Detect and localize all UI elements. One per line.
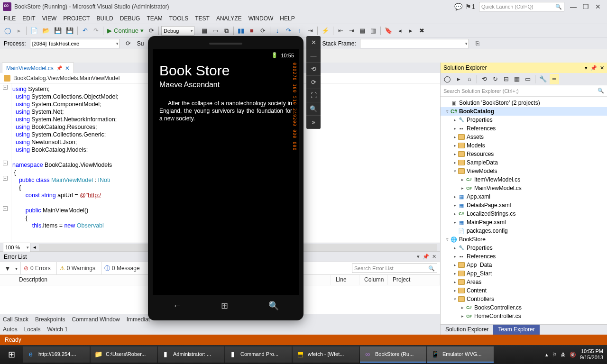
tree-areas[interactable]: ▸Areas	[441, 278, 607, 286]
tray-up-icon[interactable]: ▴	[545, 352, 548, 358]
tree-viewmodels[interactable]: ▿ViewModels	[441, 167, 607, 175]
emu-rotate-left-icon[interactable]: ⟲	[306, 63, 321, 76]
feedback-icon[interactable]: 💬	[454, 3, 462, 10]
tab-immediate[interactable]: Immediat	[127, 316, 150, 323]
task-ie[interactable]: ehttp://169.254....	[23, 346, 90, 363]
task-explorer[interactable]: 📁C:\Users\Rober...	[91, 346, 157, 363]
filter-icon[interactable]: ▼	[3, 263, 12, 273]
phone-back-button[interactable]: ←	[173, 301, 181, 311]
clear-bookmark-icon[interactable]: ✖	[417, 26, 426, 36]
menu-project[interactable]: PROJECT	[63, 15, 90, 22]
menu-build[interactable]: BUILD	[96, 15, 113, 22]
tree-mainviewmodel[interactable]: ▸C#MainViewModel.cs	[441, 184, 607, 192]
tree-project-bookcatalog[interactable]: ▿C#BookCatalog	[441, 107, 607, 116]
nav-fwd-button[interactable]: ▸	[14, 26, 24, 36]
phone-start-button[interactable]: ⊞	[221, 300, 228, 311]
tray-clock[interactable]: 10:55 PM9/15/2013	[580, 348, 603, 361]
menu-analyze[interactable]: ANALYZE	[216, 15, 242, 22]
panel-menu-icon[interactable]: ▾	[417, 254, 420, 260]
undo-button[interactable]: ↶	[80, 26, 90, 36]
tab-autos[interactable]: Autos	[3, 326, 18, 333]
next-bookmark-icon[interactable]: ▸	[406, 26, 415, 36]
col-line[interactable]: Line	[331, 275, 359, 285]
indent-more-icon[interactable]: ⇥	[347, 26, 356, 36]
errorlist-search-input[interactable]: Search Error List🔍	[352, 264, 437, 273]
step-into-button[interactable]: ↓	[273, 26, 282, 36]
menu-help[interactable]: HELP	[280, 15, 294, 22]
run-to-cursor-button[interactable]: ⇥	[305, 26, 315, 36]
minimize-button[interactable]: ―	[567, 3, 579, 10]
indent-less-icon[interactable]: ⇤	[336, 26, 345, 36]
panel-close-icon[interactable]: ✕	[432, 254, 436, 260]
col-project[interactable]: Project	[388, 275, 440, 285]
menu-window[interactable]: WINDOW	[248, 15, 274, 22]
tray-network-icon[interactable]: 🖧	[561, 352, 566, 357]
tree-detailspage[interactable]: ▸▦DetailsPage.xaml	[441, 201, 607, 209]
tree-appxaml[interactable]: ▸▦App.xaml	[441, 192, 607, 201]
menu-view[interactable]: VIEW	[42, 15, 57, 22]
tab-solution-explorer[interactable]: Solution Explorer	[441, 325, 493, 335]
tree-solution[interactable]: ▣Solution 'BookStore' (2 projects)	[441, 99, 607, 107]
save-button[interactable]: 💾	[53, 26, 63, 36]
pin-icon[interactable]: 📌	[56, 65, 62, 71]
tree-properties2[interactable]: ▸Properties	[441, 244, 607, 252]
prev-bookmark-icon[interactable]: ◂	[395, 26, 405, 36]
zoom-dropdown[interactable]: 100 %	[3, 243, 30, 252]
layout-icon[interactable]: ▦	[200, 26, 209, 36]
tray-sound-icon[interactable]: 🔇	[570, 352, 576, 358]
messages-count[interactable]: ⓘ0 Message	[101, 262, 143, 274]
step-out-button[interactable]: ↑	[294, 26, 304, 36]
outline-toggle[interactable]: −	[3, 85, 8, 90]
phone-search-button[interactable]: 🔍	[268, 300, 279, 311]
open-file-button[interactable]: 📂	[41, 26, 51, 36]
process-dropdown[interactable]: [2084] TaskHost.exe	[30, 39, 120, 48]
restore-button[interactable]: ❐	[579, 3, 592, 10]
tree-appstart[interactable]: ▸App_Start	[441, 269, 607, 278]
warnings-count[interactable]: ⚠0 Warnings	[56, 262, 98, 274]
comment-icon[interactable]: ▤	[358, 26, 367, 36]
col-column[interactable]: Column	[359, 275, 388, 285]
tree-content[interactable]: ▸Content	[441, 286, 607, 295]
tab-breakpoints[interactable]: Breakpoints	[35, 316, 65, 323]
thread-icon[interactable]: ⎘	[473, 38, 482, 49]
tree-references[interactable]: ▸▪▪References	[441, 124, 607, 133]
tree-localizedstrings[interactable]: ▸C#LocalizedStrings.cs	[441, 209, 607, 218]
emu-fit-icon[interactable]: ⛶	[306, 89, 321, 102]
tab-team-explorer[interactable]: Team Explorer	[493, 325, 539, 335]
se-refresh-icon[interactable]: ↻	[490, 74, 500, 84]
start-button[interactable]: ⊞	[0, 345, 23, 364]
window-icon[interactable]: ▭	[211, 26, 220, 36]
panel-pin-icon[interactable]: 📌	[423, 254, 429, 260]
tree-bookscontroller[interactable]: ▸C#BooksController.cs	[441, 303, 607, 312]
pause-button[interactable]: ▮▮	[236, 26, 246, 36]
doc-tab-mainviewmodel[interactable]: MainViewModel.cs 📌 ✕	[2, 63, 74, 73]
outline-toggle[interactable]: −	[3, 161, 8, 165]
tree-appdata[interactable]: ▸App_Data	[441, 261, 607, 269]
process-refresh-icon[interactable]: ⟳	[124, 38, 133, 49]
nav-back-button[interactable]: ◯	[3, 26, 13, 36]
outline-toggle[interactable]: −	[3, 176, 8, 181]
new-project-button[interactable]: 📄	[29, 26, 39, 36]
emu-rotate-right-icon[interactable]: ⟳	[306, 76, 321, 89]
bookmark-icon[interactable]: 🔖	[383, 26, 394, 36]
task-wfetch[interactable]: ⬒wfetch - [Wfet...	[293, 346, 359, 363]
restart-button[interactable]: ⟳	[258, 26, 267, 36]
phone-screen[interactable]: 🔋10:55 Book Store Maeve Ascendant After …	[153, 49, 299, 295]
uncomment-icon[interactable]: ▥	[368, 26, 378, 36]
continue-button[interactable]: ▶ Continue ▾	[106, 26, 145, 36]
quick-launch-input[interactable]: Quick Launch (Ctrl+Q)🔍	[479, 2, 564, 11]
se-preview-icon[interactable]: ▭	[523, 74, 533, 84]
se-back-icon[interactable]: ◯	[442, 74, 452, 84]
tab-commandwindow[interactable]: Command Window	[72, 316, 120, 323]
tree-controllers[interactable]: ▿Controllers	[441, 295, 607, 303]
tree-project-bookstore[interactable]: ▿🌐BookStore	[441, 235, 607, 244]
save-all-button[interactable]: 💾	[64, 26, 75, 36]
se-collapse-icon[interactable]: ⊟	[501, 74, 511, 84]
emu-zoom-icon[interactable]: 🔍	[306, 102, 321, 116]
menu-file[interactable]: FILE	[4, 15, 16, 22]
emu-close-icon[interactable]: ✕	[306, 36, 321, 49]
menu-edit[interactable]: EDIT	[22, 15, 35, 22]
task-cmd-admin[interactable]: ▮Administrator: ...	[158, 346, 224, 363]
tree-homecontroller[interactable]: ▸C#HomeController.cs	[441, 312, 607, 320]
phone-emulator-window[interactable]: 🔋10:55 Book Store Maeve Ascendant After …	[148, 36, 304, 320]
